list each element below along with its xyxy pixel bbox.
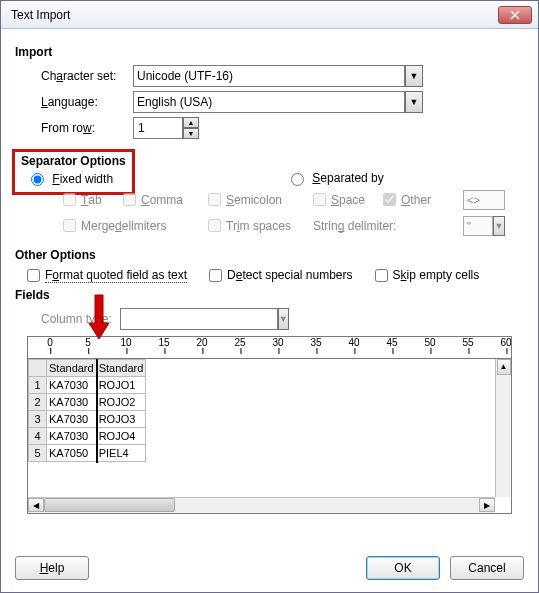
- format-quoted-checkbox[interactable]: Format quoted field as text: [27, 268, 187, 282]
- charset-combo[interactable]: ▼: [133, 65, 423, 87]
- from-row-label: From row:: [41, 121, 133, 135]
- cell[interactable]: KA7030: [47, 410, 97, 427]
- separated-by-radio-label[interactable]: Separated by: [291, 171, 384, 185]
- charset-label: Character set:: [41, 69, 133, 83]
- fixed-width-radio[interactable]: [31, 173, 44, 186]
- close-button[interactable]: [498, 6, 532, 24]
- skip-empty-checkbox[interactable]: Skip empty cells: [375, 268, 480, 282]
- row-number: 3: [29, 410, 47, 427]
- row-number: 1: [29, 376, 47, 393]
- cell[interactable]: KA7050: [47, 444, 97, 461]
- spin-down-icon[interactable]: ▼: [183, 128, 199, 139]
- ruler-tick: 40: [348, 337, 359, 348]
- from-row-spinner[interactable]: ▲ ▼: [133, 117, 199, 139]
- row-number: 5: [29, 444, 47, 461]
- other-checkbox: Other: [383, 193, 463, 207]
- semicolon-checkbox: Semicolon: [208, 193, 313, 207]
- ruler-tick: 45: [386, 337, 397, 348]
- import-heading: Import: [15, 45, 524, 59]
- cell[interactable]: KA7030: [47, 376, 97, 393]
- scrollbar-horizontal[interactable]: ◀ ▶: [28, 497, 495, 513]
- row-number: 2: [29, 393, 47, 410]
- separated-by-radio[interactable]: [291, 173, 304, 186]
- table-row[interactable]: 5KA7050PIEL4: [29, 444, 146, 461]
- column-type-combo: ▼: [120, 308, 210, 330]
- column-split-marker[interactable]: [96, 359, 98, 463]
- ruler-tick: 30: [272, 337, 283, 348]
- string-delim-label: String delimiter:: [313, 219, 463, 233]
- chevron-down-icon: ▼: [278, 308, 289, 330]
- scroll-thumb[interactable]: [44, 498, 175, 512]
- separator-heading: Separator Options: [21, 154, 126, 168]
- preview-grid[interactable]: StandardStandard1KA7030ROJO12KA7030ROJO2…: [28, 359, 511, 479]
- language-input[interactable]: [133, 91, 405, 113]
- ruler-tick: 35: [310, 337, 321, 348]
- column-header[interactable]: Standard: [96, 359, 146, 376]
- ruler-tick: 55: [462, 337, 473, 348]
- trim-spaces-checkbox: Trim spaces: [208, 219, 313, 233]
- ruler-tick: 25: [234, 337, 245, 348]
- scroll-up-icon[interactable]: ▲: [497, 359, 511, 375]
- tab-checkbox: Tab: [63, 193, 123, 207]
- other-value-input: [463, 190, 505, 210]
- titlebar: Text Import: [1, 1, 538, 29]
- language-label: Language:: [41, 95, 133, 109]
- dialog-buttons: Help OK Cancel: [1, 544, 538, 592]
- ruler-tick: 60: [500, 337, 511, 348]
- merge-delimiters-checkbox: Merge delimiters: [63, 219, 208, 233]
- language-combo[interactable]: ▼: [133, 91, 423, 113]
- column-header[interactable]: Standard: [47, 359, 97, 376]
- cell[interactable]: KA7030: [47, 427, 97, 444]
- fixed-width-radio-label[interactable]: Fixed width: [21, 172, 113, 186]
- window-title: Text Import: [11, 8, 70, 22]
- chevron-down-icon[interactable]: ▼: [405, 65, 423, 87]
- scroll-left-icon[interactable]: ◀: [28, 498, 44, 512]
- ruler-tick: 50: [424, 337, 435, 348]
- annotation-arrow-icon: [89, 293, 109, 341]
- scroll-track[interactable]: [44, 498, 479, 512]
- ok-button[interactable]: OK: [366, 556, 440, 580]
- cancel-button[interactable]: Cancel: [450, 556, 524, 580]
- comma-checkbox: Comma: [123, 193, 208, 207]
- ruler-tick: 10: [120, 337, 131, 348]
- ruler-tick: 20: [196, 337, 207, 348]
- spin-up-icon[interactable]: ▲: [183, 117, 199, 128]
- row-number: 4: [29, 427, 47, 444]
- cell[interactable]: ROJO3: [96, 410, 146, 427]
- table-row[interactable]: 4KA7030ROJO4: [29, 427, 146, 444]
- text-import-dialog: Text Import Import Character set: ▼ Lang…: [0, 0, 539, 593]
- table-row[interactable]: 3KA7030ROJO3: [29, 410, 146, 427]
- table-row[interactable]: 2KA7030ROJO2: [29, 393, 146, 410]
- ruler-tick: 15: [158, 337, 169, 348]
- charset-input[interactable]: [133, 65, 405, 87]
- cell[interactable]: ROJO4: [96, 427, 146, 444]
- cell[interactable]: PIEL4: [96, 444, 146, 461]
- ruler-tick: 0: [47, 337, 53, 348]
- string-delim-combo: ▼: [463, 216, 505, 236]
- cell[interactable]: ROJO1: [96, 376, 146, 393]
- chevron-down-icon[interactable]: ▼: [405, 91, 423, 113]
- separator-highlight: Separator Options Fixed width: [12, 149, 135, 195]
- scroll-right-icon[interactable]: ▶: [479, 498, 495, 512]
- cell[interactable]: KA7030: [47, 393, 97, 410]
- from-row-input[interactable]: [133, 117, 183, 139]
- space-checkbox: Space: [313, 193, 383, 207]
- scrollbar-vertical[interactable]: ▲: [495, 359, 511, 497]
- cell[interactable]: ROJO2: [96, 393, 146, 410]
- fields-preview[interactable]: 051015202530354045505560 StandardStandar…: [27, 336, 512, 514]
- help-button[interactable]: Help: [15, 556, 89, 580]
- detect-numbers-checkbox[interactable]: Detect special numbers: [209, 268, 352, 282]
- table-row[interactable]: 1KA7030ROJO1: [29, 376, 146, 393]
- other-options-heading: Other Options: [15, 248, 524, 262]
- close-icon: [510, 10, 520, 20]
- chevron-down-icon: ▼: [493, 216, 505, 236]
